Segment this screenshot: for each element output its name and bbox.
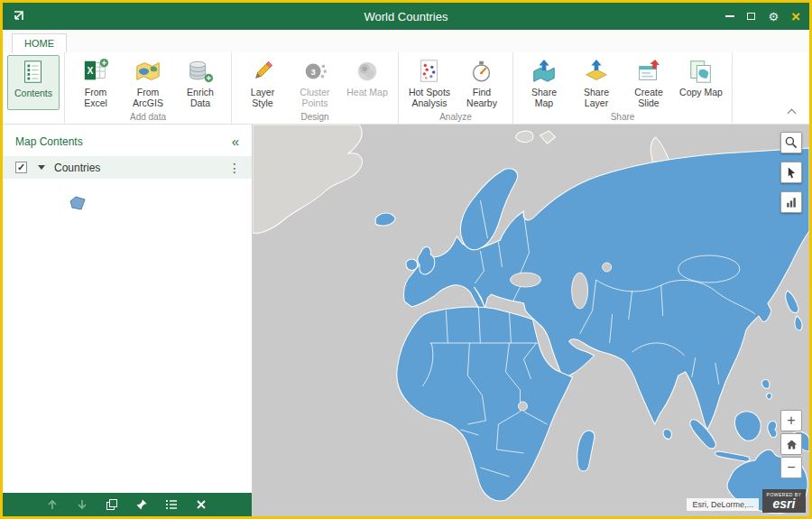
remove-layer-button[interactable] <box>195 498 208 511</box>
ribbon-group-design: Layer Style 3 Cluster Points <box>232 52 399 124</box>
ribbon-group-add-data: X From Excel From ArcGIS <box>65 52 232 124</box>
cluster-points-label: Cluster Points <box>293 87 337 108</box>
cluster-points-button[interactable]: 3 Cluster Points <box>289 55 341 110</box>
maximize-button[interactable] <box>747 13 755 20</box>
chevron-up-icon <box>787 109 796 118</box>
layer-style-icon <box>249 58 276 85</box>
list-icon <box>165 498 178 511</box>
main-area: Map Contents « ✓ Countries ⋮ <box>3 125 809 516</box>
share-map-icon <box>531 58 558 85</box>
down-arrow-icon <box>76 498 88 511</box>
home-icon <box>785 438 798 451</box>
pin-icon <box>135 498 148 511</box>
stats-bars-icon <box>784 195 798 209</box>
enrich-data-button[interactable]: Enrich Data <box>174 55 226 110</box>
share-layer-button[interactable]: Share Layer <box>570 55 623 110</box>
move-layer-down-button[interactable] <box>76 498 88 511</box>
ribbon-group-analyze: Hot Spots Analysis Find Nearby Analyze <box>399 52 513 124</box>
search-icon <box>784 135 798 150</box>
hot-spots-button[interactable]: Hot Spots Analysis <box>403 55 456 110</box>
copy-map-button[interactable]: Copy Map <box>675 55 727 110</box>
minimize-button[interactable] <box>725 15 734 17</box>
ribbon-tab-row: HOME <box>3 30 809 52</box>
map-contents-panel: Map Contents « ✓ Countries ⋮ <box>3 125 253 516</box>
layer-list-button[interactable] <box>165 498 178 511</box>
select-tool-button[interactable] <box>780 162 802 183</box>
zoom-in-button[interactable]: + <box>780 410 802 431</box>
hot-spots-label: Hot Spots Analysis <box>408 87 451 108</box>
panel-title: Map Contents <box>15 135 83 148</box>
layer-name: Countries <box>54 162 100 174</box>
ribbon: Contents X From Excel <box>3 52 809 125</box>
pointer-icon <box>784 165 798 180</box>
svg-text:X: X <box>87 66 93 76</box>
layer-style-label: Layer Style <box>241 87 284 108</box>
panel-collapse-button[interactable]: « <box>232 134 239 149</box>
layer-row-countries[interactable]: ✓ Countries ⋮ <box>3 156 252 179</box>
contents-icon <box>20 59 47 86</box>
pin-layer-button[interactable] <box>135 498 148 511</box>
create-slide-button[interactable]: Create Slide <box>623 55 675 110</box>
maximize-icon <box>747 13 755 20</box>
stats-tool-button[interactable] <box>780 191 802 213</box>
share-layer-label: Share Layer <box>575 87 618 108</box>
hot-spots-analysis-icon <box>416 58 443 85</box>
panel-header: Map Contents « <box>3 125 252 156</box>
group-label-add-data: Add data <box>69 110 226 124</box>
ribbon-group-share: Share Map Share Layer <box>513 52 733 124</box>
move-layer-up-button[interactable] <box>46 498 59 511</box>
from-arcgis-button[interactable]: From ArcGIS <box>122 55 174 110</box>
layer-options-button[interactable]: ⋮ <box>228 161 241 175</box>
esri-logo: POWERED BY esri <box>762 489 806 513</box>
group-label-share: Share <box>518 110 727 124</box>
from-excel-icon: X <box>82 58 109 85</box>
map-canvas[interactable]: + − Esri, DeLorme,... POWERED BY esri <box>253 125 809 516</box>
layer-style-button[interactable]: Layer Style <box>236 55 289 110</box>
layer-legend <box>68 195 252 215</box>
close-button[interactable]: × <box>791 9 800 24</box>
enrich-data-label: Enrich Data <box>179 87 222 108</box>
map-tools <box>780 132 802 213</box>
heat-map-icon <box>354 58 381 85</box>
heat-map-button[interactable]: Heat Map <box>341 55 393 110</box>
share-map-label: Share Map <box>522 87 566 108</box>
svg-text:3: 3 <box>311 68 316 77</box>
zoom-out-button[interactable]: − <box>780 457 802 478</box>
duplicate-icon <box>106 498 118 511</box>
create-slide-label: Create Slide <box>627 87 670 108</box>
find-nearby-label: Find Nearby <box>460 87 503 108</box>
layer-expand-caret-icon[interactable] <box>38 165 45 170</box>
enrich-data-icon <box>187 58 214 85</box>
copy-map-icon <box>687 58 715 85</box>
contents-label: Contents <box>12 88 55 98</box>
tab-home[interactable]: HOME <box>12 33 67 52</box>
copy-map-label: Copy Map <box>679 87 723 97</box>
polygon-symbol-swatch <box>68 195 88 211</box>
close-x-icon <box>195 498 208 511</box>
minimize-icon <box>725 15 734 17</box>
map-attribution: Esri, DeLorme,... <box>687 498 759 511</box>
layer-visibility-checkbox[interactable]: ✓ <box>15 162 27 173</box>
ribbon-collapse-button[interactable] <box>784 107 798 118</box>
create-slide-icon <box>635 58 662 85</box>
world-map <box>253 125 809 516</box>
window-title: World Countries <box>3 10 809 23</box>
panel-footer-toolbar <box>3 493 252 516</box>
share-map-button[interactable]: Share Map <box>518 55 570 110</box>
ribbon-group-contents: Contents <box>3 52 65 124</box>
home-button[interactable] <box>780 433 802 455</box>
find-nearby-icon <box>468 58 495 85</box>
settings-gear-icon[interactable]: ⚙ <box>768 11 779 23</box>
from-excel-label: From Excel <box>74 87 117 108</box>
search-tool-button[interactable] <box>780 132 802 153</box>
find-nearby-button[interactable]: Find Nearby <box>456 55 508 110</box>
group-label-design: Design <box>236 110 393 124</box>
cluster-points-icon: 3 <box>301 58 328 85</box>
from-excel-button[interactable]: X From Excel <box>69 55 122 110</box>
zoom-controls: + − <box>780 410 802 478</box>
contents-button[interactable]: Contents <box>7 55 60 110</box>
from-arcgis-icon <box>134 58 161 85</box>
group-label-contents <box>7 110 60 124</box>
duplicate-layer-button[interactable] <box>106 498 118 511</box>
from-arcgis-label: From ArcGIS <box>126 87 170 108</box>
